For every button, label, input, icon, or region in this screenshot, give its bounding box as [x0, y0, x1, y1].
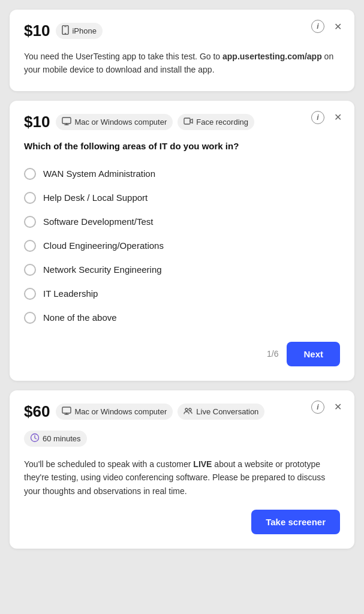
- info-icon[interactable]: i: [311, 20, 324, 33]
- radio-cloud[interactable]: [24, 240, 36, 252]
- face-badge-label: Face recording: [196, 118, 248, 127]
- clock-icon: [30, 433, 40, 444]
- option-cloud: Cloud Engineering/Operations: [43, 240, 164, 251]
- card2-badges: Mac or Windows computer Face recording: [56, 114, 254, 130]
- computer-badge-label-1: Mac or Windows computer: [74, 118, 167, 127]
- option-none: None of the above: [43, 312, 117, 323]
- svg-rect-3: [62, 118, 71, 124]
- svg-point-7: [189, 408, 191, 411]
- card3-price: $60: [24, 402, 50, 421]
- card1-price: $10: [24, 22, 50, 40]
- svg-rect-2: [65, 33, 67, 34]
- list-item[interactable]: IT Leadership: [24, 282, 340, 306]
- card3-header: $60 Mac or Windows computer: [24, 402, 340, 421]
- computer-badge-2: Mac or Windows computer: [56, 404, 173, 420]
- card1-header: $10 iPhone: [24, 22, 340, 40]
- option-network: Network Security Engineering: [43, 264, 162, 275]
- radio-helpdesk[interactable]: [24, 192, 36, 204]
- option-it-leadership: IT Leadership: [43, 288, 98, 299]
- card1-actions: i ✕: [311, 19, 345, 34]
- take-screener-button[interactable]: Take screener: [251, 510, 340, 534]
- face-recording-icon: [183, 116, 193, 128]
- card-iphone: $10 iPhone i ✕ You need the UserTesting …: [10, 10, 354, 91]
- iphone-badge: iPhone: [56, 23, 102, 39]
- time-badge-label: 60 minutes: [43, 434, 81, 443]
- option-helpdesk: Help Desk / Local Support: [43, 192, 148, 203]
- list-item[interactable]: Software Development/Test: [24, 210, 340, 234]
- info-icon-2[interactable]: i: [311, 111, 324, 124]
- card2-footer: 1/6 Next: [24, 342, 340, 366]
- radio-none[interactable]: [24, 312, 36, 324]
- computer-badge-label-2: Mac or Windows computer: [74, 407, 167, 416]
- card1-body-link: app.usertesting.com/app: [222, 52, 322, 61]
- question-title: Which of the following areas of IT do yo…: [24, 141, 340, 151]
- next-button[interactable]: Next: [287, 342, 340, 366]
- svg-rect-4: [184, 118, 190, 124]
- list-item[interactable]: None of the above: [24, 306, 340, 330]
- radio-network[interactable]: [24, 264, 36, 276]
- live-badge: Live Conversation: [178, 404, 264, 420]
- time-badge: 60 minutes: [24, 431, 87, 447]
- list-item[interactable]: WAN System Administration: [24, 162, 340, 186]
- close-icon-2[interactable]: ✕: [330, 110, 345, 125]
- list-item[interactable]: Network Security Engineering: [24, 258, 340, 282]
- card3-badges: Mac or Windows computer Live Conversatio…: [56, 404, 264, 420]
- computer-badge-1: Mac or Windows computer: [56, 114, 173, 130]
- monitor-icon: [62, 116, 71, 128]
- card3-actions: i ✕: [311, 400, 345, 414]
- svg-rect-1: [64, 26, 67, 27]
- card2-actions: i ✕: [311, 110, 345, 125]
- pagination: 1/6: [267, 349, 278, 359]
- info-icon-3[interactable]: i: [311, 401, 324, 414]
- radio-list: WAN System Administration Help Desk / Lo…: [24, 162, 340, 330]
- option-software: Software Development/Test: [43, 216, 153, 227]
- card3-badges-row2: 60 minutes: [24, 431, 340, 447]
- monitor-icon-2: [62, 406, 71, 417]
- card-live: $60 Mac or Windows computer: [10, 390, 354, 549]
- card3-body-bold: LIVE: [193, 459, 212, 469]
- face-badge: Face recording: [178, 114, 254, 130]
- radio-software[interactable]: [24, 216, 36, 228]
- conversation-icon: [183, 406, 193, 417]
- card1-body: You need the UserTesting app to take thi…: [24, 50, 340, 77]
- live-badge-label: Live Conversation: [196, 407, 258, 416]
- svg-rect-5: [62, 407, 71, 413]
- card3-body-text1: You'll be scheduled to speak with a cust…: [24, 459, 193, 469]
- card3-body: You'll be scheduled to speak with a cust…: [24, 458, 340, 498]
- card2-price: $10: [24, 113, 50, 131]
- radio-it-leadership[interactable]: [24, 288, 36, 300]
- card1-body-text1: You need the UserTesting app to take thi…: [24, 52, 222, 61]
- radio-wan[interactable]: [24, 168, 36, 180]
- close-icon-3[interactable]: ✕: [330, 400, 345, 414]
- iphone-badge-label: iPhone: [72, 26, 96, 35]
- close-icon[interactable]: ✕: [330, 19, 345, 34]
- card3-footer: Take screener: [24, 510, 340, 534]
- card2-header: $10 Mac or Windows computer: [24, 113, 340, 131]
- svg-point-6: [185, 408, 188, 411]
- option-wan: WAN System Administration: [43, 168, 155, 179]
- card-question: $10 Mac or Windows computer: [10, 101, 354, 381]
- list-item[interactable]: Help Desk / Local Support: [24, 186, 340, 210]
- iphone-icon: [62, 25, 69, 37]
- list-item[interactable]: Cloud Engineering/Operations: [24, 234, 340, 258]
